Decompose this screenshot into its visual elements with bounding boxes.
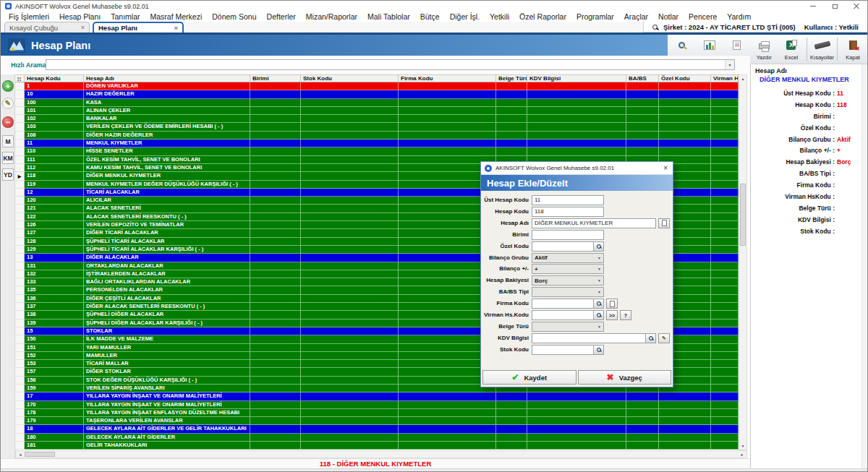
chevron-down-icon[interactable]: ▼ — [725, 60, 734, 69]
dialog-input-stok-kodu[interactable] — [532, 345, 604, 355]
table-row-101[interactable]: 101ALINAN ÇEKLER — [15, 107, 739, 115]
toolbar-k-sayollar[interactable]: Kısayollar — [809, 36, 836, 62]
column-header-kdv-bilgisi[interactable]: KDV Bilgisi — [527, 75, 626, 82]
menu-item-di-er-i-l[interactable]: Diğer İşl. — [445, 12, 485, 21]
column-header-ba-bs[interactable]: BA/BS — [626, 75, 659, 82]
minimize-button[interactable] — [802, 1, 824, 12]
menu-item-defterler[interactable]: Defterler — [262, 12, 301, 21]
table-row-10[interactable]: 10HAZIR DEĞERLER — [15, 90, 739, 98]
column-header-birimi[interactable]: Birimi — [250, 75, 301, 82]
lookup-button[interactable] — [593, 299, 603, 308]
tab-kisayol-cubugu[interactable]: Kısayol Çubuğu × — [4, 22, 90, 33]
table-row-180[interactable]: 180GELECEK AYLARA AİT GİDERLER — [15, 434, 739, 442]
menu-item-ara-lar[interactable]: Araçlar — [619, 12, 653, 21]
scroll-down-icon[interactable]: ▼ — [739, 442, 746, 450]
horizontal-scrollbar[interactable]: ◄ ► — [15, 450, 747, 458]
table-row-1[interactable]: 1DÖNEN VARLIKLAR — [15, 82, 739, 90]
column-header-hesap-kodu[interactable]: Hesap Kodu — [25, 75, 84, 82]
column-header-virman-h[interactable]: Virman H — [711, 75, 739, 82]
help-button[interactable]: ? — [620, 310, 631, 320]
menu-item-d-nem-sonu[interactable]: Dönem Sonu — [207, 12, 261, 21]
dialog-select-belge-t-r[interactable]: ▼ — [532, 322, 604, 332]
table-row-11[interactable]: 11MENKUL KIYMETLER — [15, 140, 739, 147]
column-header-hesap-ad[interactable]: Hesap Adı — [84, 75, 250, 82]
column-header-zel-kodu[interactable]: Özel Kodu — [659, 75, 711, 82]
side-button-yd[interactable]: YD — [2, 168, 14, 181]
dialog-select-ba-bs-tipi[interactable]: ▼ — [532, 287, 604, 297]
scroll-left-icon[interactable]: ◄ — [16, 451, 25, 458]
menu-item-pencere[interactable]: Pencere — [684, 12, 722, 21]
dialog-select-hesap-bakiyesi[interactable]: Borç▼ — [532, 275, 604, 286]
cancel-button[interactable]: ✖ Vazgeç — [578, 370, 672, 385]
side-button-delete[interactable]: − — [2, 116, 14, 128]
table-row-178[interactable]: 178YILLARA YAYGIN İNŞAAT ENFLASYON DÜZEL… — [15, 409, 739, 417]
dialog-input-virman-hs-kodu[interactable] — [532, 310, 604, 320]
side-button-m[interactable]: M — [2, 135, 14, 147]
dialog-input-birimi[interactable] — [532, 230, 604, 240]
side-button-km[interactable]: KM — [2, 152, 14, 164]
dialog-input-hesap-ad[interactable]: DİĞER MENKUL KIYMETLER — [532, 218, 656, 228]
dialog-input-st-hesap-kodu[interactable]: 11 — [532, 195, 604, 205]
scroll-right-icon[interactable]: ► — [738, 451, 746, 458]
table-row-170[interactable]: 170YILLARA YAYGIN İNŞAAT VE ONARIM MALİY… — [15, 401, 739, 409]
document-button[interactable] — [606, 299, 618, 309]
lookup-button[interactable] — [645, 334, 655, 343]
menu-item-yard-m[interactable]: Yardım — [722, 12, 756, 21]
table-row-181[interactable]: 181GELİR TAHAKKUKLARI — [15, 442, 739, 450]
transfer-button[interactable]: >> — [606, 310, 618, 320]
quick-search-input[interactable]: ▼ — [46, 59, 735, 70]
menu-item-b-t-e[interactable]: Bütçe — [415, 12, 445, 21]
column-header-stok-kodu[interactable]: Stok Kodu — [301, 75, 399, 82]
dialog-input-kdv-bilgisi[interactable] — [532, 333, 656, 343]
save-button[interactable]: ✔ Kaydet — [482, 370, 576, 385]
tab-close-icon[interactable]: × — [74, 24, 85, 31]
table-row-110[interactable]: 110HİSSE SENETLER — [15, 147, 739, 155]
dialog-select-bilan-o-grubu[interactable]: Aktif▼ — [532, 253, 604, 263]
menu-item-tan-mlar[interactable]: Tanımlar — [106, 12, 145, 21]
vertical-scroll-thumb[interactable] — [740, 184, 746, 246]
menu-item-programlar[interactable]: Programlar — [571, 12, 619, 21]
toolbar-yazd-r[interactable]: Yazdır — [750, 36, 778, 62]
dialog-close-icon[interactable]: × — [658, 164, 673, 172]
menu-item-mali-tablolar[interactable]: Mali Tablolar — [362, 12, 415, 21]
dialog-input-firma-kodu[interactable] — [532, 299, 604, 309]
horizontal-scroll-thumb[interactable] — [25, 452, 55, 457]
panel-scrollbar[interactable] — [861, 64, 867, 468]
menu-item-zel-raporlar[interactable]: Özel Raporlar — [514, 12, 571, 21]
column-header-belge-t-r[interactable]: Belge Türü — [496, 75, 527, 82]
side-button-add[interactable]: + — [2, 80, 14, 92]
table-row-18[interactable]: 18GELECEK AYLARA AİT GİDERLER VE GELİR T… — [15, 425, 739, 433]
toolbar-excel[interactable]: XExcel — [778, 36, 805, 62]
document-button[interactable] — [658, 218, 670, 228]
lookup-button[interactable] — [593, 346, 603, 354]
table-row-100[interactable]: 100KASA — [15, 99, 739, 107]
edit-button[interactable]: ✎ — [658, 333, 670, 343]
chart-icon — [704, 38, 715, 51]
tab-close-icon[interactable]: × — [167, 25, 178, 32]
tab-hesap-plani[interactable]: Hesap Planı × — [93, 22, 184, 33]
dialog-input-zel-kodu[interactable] — [532, 241, 604, 252]
table-row-17[interactable]: 17YILLARA YAYGIN İNŞAAT VE ONARIM MALİYE… — [15, 392, 739, 400]
lookup-button[interactable] — [593, 311, 603, 319]
menu-item-hesap-plan[interactable]: Hesap Planı — [54, 12, 106, 21]
dialog-input-hesap-kodu[interactable]: 118 — [532, 207, 604, 217]
vertical-scrollbar[interactable]: ▲ ▼ — [739, 74, 747, 450]
lookup-button[interactable] — [593, 242, 603, 251]
table-row-179[interactable]: 179TAŞERONLARA VERİLEN AVANSLAR — [15, 417, 739, 425]
table-row-108[interactable]: 108DİĞER HAZIR DEĞERLER — [15, 132, 739, 140]
menu-item-notlar[interactable]: Notlar — [653, 12, 684, 21]
scroll-up-icon[interactable]: ▲ — [739, 75, 746, 82]
column-header-firma-kodu[interactable]: Firma Kodu — [399, 75, 496, 82]
menu-item-yetkili[interactable]: Yetkili — [485, 12, 514, 21]
table-row-102[interactable]: 102BANKALAR — [15, 115, 739, 123]
menu-item-masraf-merkezi[interactable]: Masraf Merkezi — [145, 12, 207, 21]
search-icon[interactable] — [652, 25, 658, 30]
menu-item-fi-i-lemleri[interactable]: Fiş İşlemleri — [4, 12, 54, 21]
toolbar-kapat[interactable]: Kapat — [839, 36, 867, 62]
maximize-button[interactable] — [824, 1, 846, 12]
side-button-edit[interactable]: ✎ — [2, 98, 14, 109]
dialog-select-bilan-o[interactable]: +▼ — [532, 264, 604, 274]
menu-item-mizan-raporlar[interactable]: Mizan/Raporlar — [301, 12, 362, 21]
close-button[interactable] — [846, 1, 867, 12]
table-row-103[interactable]: 103VERİLEN ÇEKLER VE ÖDEME EMİRLERİ HESA… — [15, 123, 739, 131]
